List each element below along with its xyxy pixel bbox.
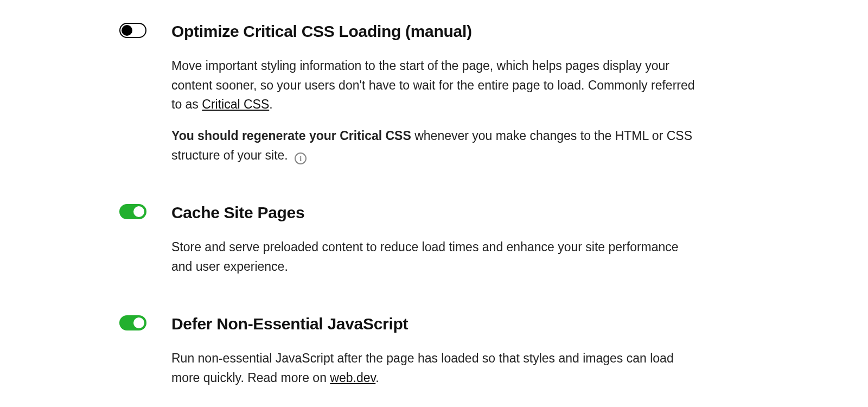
toggle-defer-nonessential-js[interactable]: [119, 315, 146, 330]
setting-description: Move important styling information to th…: [171, 56, 698, 115]
toggle-cache-site-pages[interactable]: [119, 204, 146, 219]
webdev-link[interactable]: web.dev: [330, 371, 375, 385]
settings-list: Optimize Critical CSS Loading (manual) M…: [119, 22, 716, 388]
setting-cache-site-pages: Cache Site Pages Store and serve preload…: [119, 203, 716, 276]
critical-css-link[interactable]: Critical CSS: [202, 97, 269, 111]
toggle-knob-icon: [122, 25, 132, 36]
setting-description: Store and serve preloaded content to red…: [171, 238, 698, 276]
info-icon[interactable]: i: [295, 152, 307, 164]
setting-defer-nonessential-js: Defer Non-Essential JavaScript Run non-e…: [119, 314, 716, 387]
setting-title: Optimize Critical CSS Loading (manual): [171, 22, 716, 41]
setting-description: Run non-essential JavaScript after the p…: [171, 349, 698, 387]
setting-note: You should regenerate your Critical CSS …: [171, 126, 698, 165]
toggle-knob-icon: [133, 206, 144, 217]
toggle-knob-icon: [133, 317, 144, 328]
toggle-optimize-critical-css[interactable]: [119, 23, 146, 38]
setting-title: Defer Non-Essential JavaScript: [171, 314, 716, 334]
setting-title: Cache Site Pages: [171, 203, 716, 222]
setting-optimize-critical-css: Optimize Critical CSS Loading (manual) M…: [119, 22, 716, 165]
